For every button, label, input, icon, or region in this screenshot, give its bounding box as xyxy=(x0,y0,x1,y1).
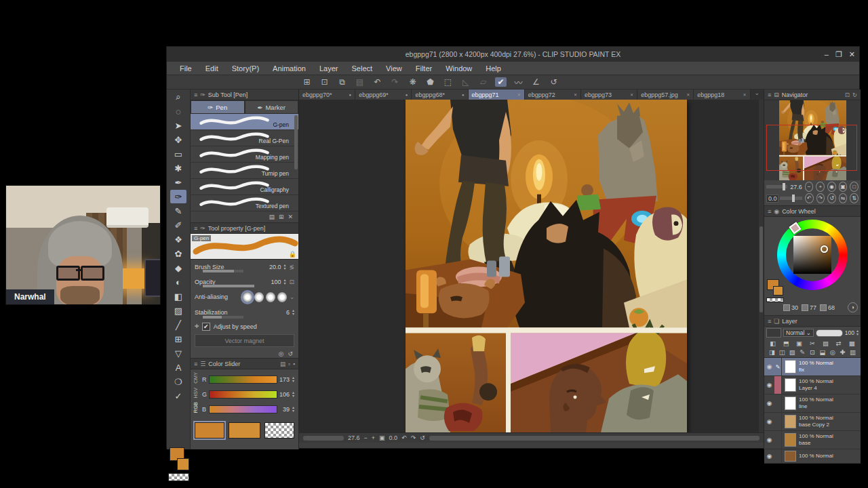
eye-icon[interactable]: ◉ xyxy=(764,453,774,460)
eyedropper-tool[interactable]: ✒ xyxy=(170,176,186,189)
eye-icon[interactable]: ◉ xyxy=(764,400,774,407)
checkbox-checked-icon[interactable]: ✔ xyxy=(202,323,210,331)
colorwheel-panel-header[interactable]: ≡ ◉ Color Wheel xyxy=(764,206,861,217)
transfer-layer-icon[interactable]: ✎ xyxy=(799,348,806,356)
menu-filter[interactable]: Filter xyxy=(410,63,438,74)
brush-list-scrollbar[interactable] xyxy=(294,115,298,169)
sub-color-swatch[interactable] xyxy=(177,458,189,470)
layer-mask-create-icon[interactable]: ⬓ xyxy=(818,348,826,356)
stepper-icon[interactable]: ▴▾ xyxy=(292,309,294,316)
blend-mode-dropdown[interactable]: Normal ⌄ xyxy=(783,329,814,337)
brush-item[interactable]: Real G-Pen xyxy=(191,130,298,146)
canvas-horizontal-scrollbar[interactable] xyxy=(303,436,344,441)
vector-magnet-row[interactable]: Vector magnet xyxy=(195,334,294,347)
merge-layer-icon[interactable]: ⊡ xyxy=(809,348,816,356)
subtool-tab-pen[interactable]: ✑Pen xyxy=(191,100,245,114)
add-icon[interactable]: ✚ xyxy=(839,348,846,356)
chevron-down-icon[interactable]: ⌄ xyxy=(290,294,294,300)
nav-actual-size-icon[interactable]: ◉ xyxy=(827,182,836,192)
close-button[interactable]: ✕ xyxy=(849,50,855,59)
blue-channel-row[interactable]: B 39 ▴▾ xyxy=(201,402,296,417)
nav-reset-icon[interactable]: ↺ xyxy=(827,193,836,203)
menu-select[interactable]: Select xyxy=(346,63,379,74)
panel-close-icon[interactable]: ▪ xyxy=(293,361,295,367)
zoom-tool[interactable]: ⌕ xyxy=(170,90,186,104)
menu-file[interactable]: File xyxy=(174,63,198,74)
aa-strong-icon[interactable] xyxy=(277,292,287,302)
canvas-vertical-scrollbar[interactable] xyxy=(759,100,764,432)
layer-lock-alpha-icon[interactable]: ▣ xyxy=(795,340,804,347)
settings-gear-icon[interactable]: ❋ xyxy=(407,77,418,87)
doc-tab[interactable]: ebgppg57.jpg✕ xyxy=(637,89,694,100)
layer-row[interactable]: ◉ 100 % Normalbase Copy 2 xyxy=(764,413,861,431)
snap-perspective-icon[interactable]: ▱ xyxy=(477,77,489,87)
balloon-tool[interactable]: ❍ xyxy=(170,375,186,388)
adjust-by-speed-row[interactable]: ✚ ✔ Adjust by speed xyxy=(191,321,298,332)
menu-layer[interactable]: Layer xyxy=(313,63,344,74)
layer-draft-icon[interactable]: ▦ xyxy=(848,340,856,347)
airbrush-tool[interactable]: ❖ xyxy=(170,232,186,246)
brush-item[interactable]: Turnip pen xyxy=(191,163,298,179)
navigator-preview[interactable] xyxy=(764,100,861,180)
nav-flip-h-icon[interactable]: ⇋ xyxy=(839,193,848,203)
red-slider[interactable] xyxy=(209,375,277,384)
subtool-delete-icon[interactable]: ✕ xyxy=(288,214,293,220)
pencil-tool[interactable]: ✎ xyxy=(170,204,186,218)
brush-item[interactable]: Mapping pen xyxy=(191,146,298,163)
aa-weak-icon[interactable] xyxy=(254,292,264,302)
navigator-panel-header[interactable]: ≡ ⊟ Navigator ⊡↻ xyxy=(764,89,861,100)
zoom-in-icon[interactable]: + xyxy=(372,434,375,441)
panel-menu-icon[interactable]: ▤ xyxy=(280,361,285,367)
frame-border-tool[interactable]: ⊞ xyxy=(170,332,186,346)
color-mode-toggle-icon[interactable]: ◑ xyxy=(848,302,858,312)
aa-none-icon[interactable] xyxy=(243,292,252,302)
snap-special-ruler-icon[interactable]: ✔ xyxy=(495,77,507,87)
operation-tool[interactable]: ➤ xyxy=(170,119,186,132)
layer-row[interactable]: ◉ 100 % NormalLayer 4 xyxy=(764,376,861,394)
dynamics-icon[interactable]: ⊡ xyxy=(289,279,294,285)
hue-ring[interactable] xyxy=(777,220,848,290)
close-tab-icon[interactable]: ✕ xyxy=(630,92,633,97)
figure-tool[interactable]: ▽ xyxy=(170,346,186,360)
subtool-add-icon[interactable]: ⊞ xyxy=(279,214,284,220)
eye-icon[interactable]: ◉ xyxy=(764,418,774,425)
stepper-icon[interactable]: ▴▾ xyxy=(292,376,294,383)
navigator-view-frame[interactable] xyxy=(766,125,857,171)
doc-tab[interactable]: ebgppg73✕ xyxy=(581,89,637,100)
nav-rotate-slider[interactable] xyxy=(780,197,802,200)
title-bar[interactable]: ebgppg71 (2800 x 4200px 400dpi 27.6%) - … xyxy=(167,47,859,62)
sub-color-large-swatch[interactable] xyxy=(229,422,261,439)
saturation-square[interactable] xyxy=(793,236,831,274)
canvas-horizontal-scrollbar-track[interactable] xyxy=(429,436,760,441)
pen-tool[interactable]: ✑ xyxy=(170,190,186,203)
reset-display-icon[interactable]: ↺ xyxy=(548,77,559,87)
lock-icon[interactable]: 🔒 xyxy=(289,251,296,258)
rotate-right-icon[interactable]: ↷ xyxy=(411,434,416,441)
layer-ruler-icon[interactable]: ▤ xyxy=(821,340,830,347)
brush-size-row[interactable]: Brush Size 20.0 ▴▾ ≶ xyxy=(191,260,298,274)
layer-opacity-slider[interactable] xyxy=(816,329,843,337)
layer-lock-icon[interactable]: ⬒ xyxy=(781,340,790,347)
menu-window[interactable]: Window xyxy=(439,63,478,74)
canvas-viewport[interactable] xyxy=(299,100,764,432)
brush-item[interactable]: Textured pen xyxy=(191,195,298,211)
menu-animation[interactable]: Animation xyxy=(267,63,312,74)
eye-icon[interactable]: ◉ xyxy=(764,382,774,388)
new-vector-layer-icon[interactable]: ◫ xyxy=(778,348,786,356)
lasso-tool[interactable]: ◌ xyxy=(170,104,186,118)
save-icon[interactable]: ▤ xyxy=(354,77,366,87)
nav-fullscreen-icon[interactable]: □ xyxy=(850,182,859,192)
nav-fit-icon[interactable]: ▣ xyxy=(839,182,848,192)
green-slider[interactable] xyxy=(209,390,277,399)
mode-rgb-tab[interactable]: RGB xyxy=(193,402,199,413)
doc-tab[interactable]: ebgppg18✕ xyxy=(694,89,750,100)
panel-expand-icon[interactable]: ⊡ xyxy=(845,92,850,98)
mode-hsv-tab[interactable]: HSV xyxy=(193,388,199,398)
menu-story[interactable]: Story(P) xyxy=(226,63,265,74)
blue-slider[interactable] xyxy=(209,405,277,413)
marquee-tool[interactable]: ▭ xyxy=(170,147,186,161)
nav-rotate-right-icon[interactable]: ↷ xyxy=(816,193,825,203)
redo-icon[interactable]: ↷ xyxy=(389,77,401,87)
menu-view[interactable]: View xyxy=(380,63,408,74)
stepper-icon[interactable]: ▴▾ xyxy=(283,264,285,270)
